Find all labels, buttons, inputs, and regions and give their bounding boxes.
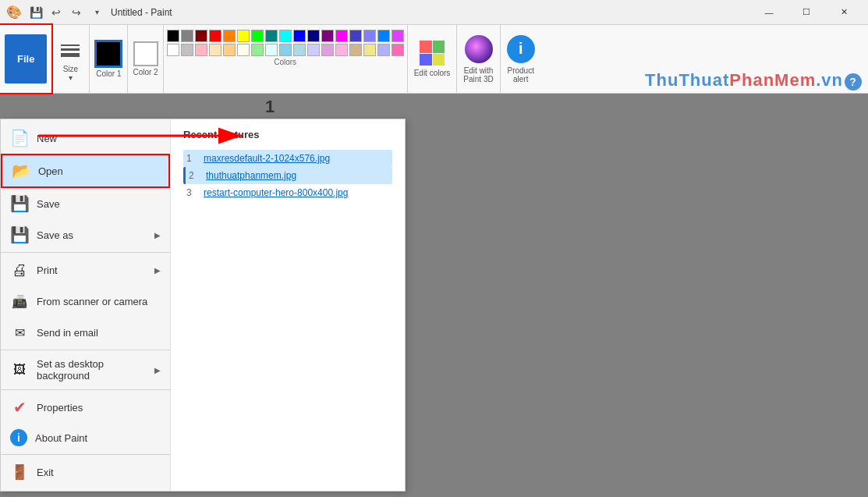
menu-item-save[interactable]: 💾 Save: [1, 188, 170, 219]
paint3d-icon: [465, 35, 493, 63]
swatch-yellow[interactable]: [237, 30, 250, 42]
swatch-teal[interactable]: [265, 30, 278, 42]
swatch-lightpink[interactable]: [195, 44, 207, 56]
divider1: [1, 252, 170, 253]
swatch-black[interactable]: [167, 30, 179, 42]
recent-name-2: thuthuatphanmem.jpg: [206, 170, 296, 181]
swatch-gray1[interactable]: [181, 30, 193, 42]
swatch-magenta[interactable]: [335, 30, 348, 42]
swatch-lightblue2[interactable]: [293, 44, 306, 56]
swatch-lime[interactable]: [251, 30, 264, 42]
swatch-lavender[interactable]: [377, 44, 390, 56]
undo-btn[interactable]: ↩: [47, 3, 66, 22]
recent-name-1: maxresdefault-2-1024x576.jpg: [204, 153, 330, 164]
desktop-arrow: ▶: [154, 366, 161, 375]
line1: [61, 44, 80, 46]
swatch-lightgreen[interactable]: [251, 44, 264, 56]
quick-access-dropdown[interactable]: ▾: [87, 3, 106, 22]
title-bar-left: 🎨 💾 ↩ ↪ ▾ Untitled - Paint: [6, 3, 172, 22]
color-row-2: [167, 44, 404, 56]
recent-item-1[interactable]: 1 maxresdefault-2-1024x576.jpg: [183, 150, 392, 167]
edit-paint3d-label: Edit with Paint 3D: [463, 66, 493, 83]
print-arrow: ▶: [154, 266, 161, 275]
swatch-hotpink[interactable]: [391, 44, 404, 56]
file-menu: 📄 New 📂 Open 💾 Save 💾 Save as ▶: [0, 119, 406, 492]
swatch-lightyellow2[interactable]: [237, 44, 250, 56]
swatch-blue[interactable]: [293, 30, 306, 42]
swatch-violet[interactable]: [363, 30, 376, 42]
ec-y: [433, 54, 445, 66]
redo-btn[interactable]: ↪: [67, 3, 86, 22]
recent-num-3: 3: [186, 187, 197, 198]
swatch-lightyellow[interactable]: [209, 44, 221, 56]
swatch-khaki[interactable]: [363, 44, 376, 56]
file-tab-button[interactable]: File: [5, 34, 47, 83]
file-menu-left: 📄 New 📂 Open 💾 Save 💾 Save as ▶: [1, 119, 171, 491]
print-icon: 🖨: [10, 261, 29, 279]
product-alert-icon: i: [507, 35, 535, 63]
new-icon: 📄: [10, 129, 29, 147]
recent-num-2: 2: [189, 170, 200, 181]
product-alert-btn[interactable]: i Product alert: [501, 25, 541, 93]
watermark-phan: Phan: [729, 70, 774, 90]
recent-title: Recent pictures: [183, 129, 392, 140]
ec-r: [420, 41, 432, 53]
menu-item-desktop[interactable]: 🖼 Set as desktop background ▶: [1, 352, 170, 388]
swatch-darkblue2[interactable]: [349, 30, 362, 42]
app-icon: 🎨: [6, 5, 22, 20]
divider3: [1, 389, 170, 390]
color2-swatch[interactable]: [133, 41, 158, 66]
close-btn[interactable]: ✕: [826, 0, 862, 25]
swatch-red[interactable]: [209, 30, 221, 42]
swatch-lightskyblue[interactable]: [279, 44, 292, 56]
swatch-cyan[interactable]: [279, 30, 292, 42]
menu-item-properties[interactable]: ✔ Properties: [1, 392, 170, 423]
swatch-deeppink[interactable]: [391, 30, 404, 42]
color1-label: Color 1: [96, 69, 121, 78]
maximize-btn[interactable]: ☐: [788, 0, 824, 25]
swatch-tan[interactable]: [349, 44, 362, 56]
scanner-label: From scanner or camera: [37, 296, 161, 307]
menu-item-open[interactable]: 📂 Open: [1, 154, 170, 188]
swatch-purple[interactable]: [321, 30, 334, 42]
desktop-icon: 🖼: [10, 360, 29, 379]
menu-item-exit[interactable]: 🚪 Exit: [1, 456, 170, 488]
menu-item-scanner[interactable]: 📠 From scanner or camera: [1, 286, 170, 317]
watermark-thu: Thu: [645, 70, 678, 90]
scanner-icon: 📠: [10, 292, 29, 311]
color1-swatch[interactable]: [94, 40, 122, 68]
swatch-pink2[interactable]: [335, 44, 348, 56]
swatch-lightcyan[interactable]: [265, 44, 278, 56]
menu-item-save-as[interactable]: 💾 Save as ▶: [1, 219, 170, 250]
swatch-periwinkle[interactable]: [307, 44, 320, 56]
save-quick-btn[interactable]: 💾: [27, 3, 45, 22]
menu-item-about[interactable]: i About Paint: [1, 423, 170, 453]
color1-section: Color 1: [90, 25, 128, 93]
minimize-btn[interactable]: —: [751, 0, 787, 25]
swatch-orange[interactable]: [223, 30, 236, 42]
swatch-plum[interactable]: [321, 44, 334, 56]
edit-colors-btn[interactable]: Edit colors: [408, 25, 458, 93]
watermark-question-icon: ?: [845, 73, 862, 91]
menu-item-print[interactable]: 🖨 Print ▶: [1, 254, 170, 286]
color-row-1: [167, 30, 404, 42]
product-alert-label: Product alert: [507, 66, 533, 83]
colors-section-label: Colors: [167, 58, 404, 66]
edit-paint3d-btn[interactable]: Edit with Paint 3D: [457, 25, 500, 93]
ribbon: File Size ▾ Color 1 Color 2: [0, 25, 868, 94]
size-label: Size: [63, 65, 78, 73]
menu-item-new[interactable]: 📄 New: [1, 122, 170, 154]
menu-item-email[interactable]: ✉ Send in email: [1, 317, 170, 348]
line2: [61, 48, 80, 51]
recent-item-2[interactable]: 2 thuthuatphanmem.jpg: [183, 167, 392, 184]
swatch-lightgray[interactable]: [181, 44, 193, 56]
swatch-darkred[interactable]: [195, 30, 207, 42]
about-label: About Paint: [35, 432, 161, 444]
recent-item-3[interactable]: 3 restart-computer-hero-800x400.jpg: [183, 184, 392, 201]
swatch-white[interactable]: [167, 44, 179, 56]
swatch-cornflower[interactable]: [377, 30, 390, 42]
swatch-lightorange[interactable]: [223, 44, 236, 56]
swatch-navy[interactable]: [307, 30, 320, 42]
open-label: Open: [38, 165, 159, 177]
exit-icon: 🚪: [10, 463, 29, 481]
